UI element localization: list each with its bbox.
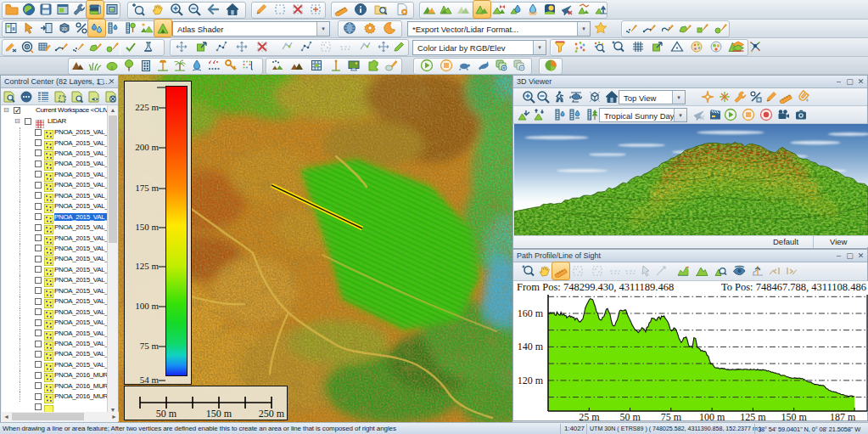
- svg-text:120 m: 120 m: [518, 375, 544, 386]
- svg-text:140 m: 140 m: [518, 341, 544, 352]
- svg-text:50 m: 50 m: [619, 411, 641, 422]
- svg-text:150 m: 150 m: [781, 411, 808, 422]
- svg-text:160 m: 160 m: [518, 307, 544, 319]
- svg-text:125 m: 125 m: [740, 411, 766, 422]
- svg-text:3D: 3D: [62, 27, 68, 31]
- svg-text:100 m: 100 m: [699, 411, 725, 422]
- svg-text:250 m: 250 m: [259, 408, 285, 420]
- svg-text:25 m: 25 m: [579, 411, 600, 422]
- svg-text:75 m: 75 m: [661, 411, 682, 422]
- svg-text:150 m: 150 m: [206, 408, 232, 420]
- svg-text:187 m: 187 m: [830, 411, 856, 422]
- svg-text:50 m: 50 m: [156, 408, 177, 420]
